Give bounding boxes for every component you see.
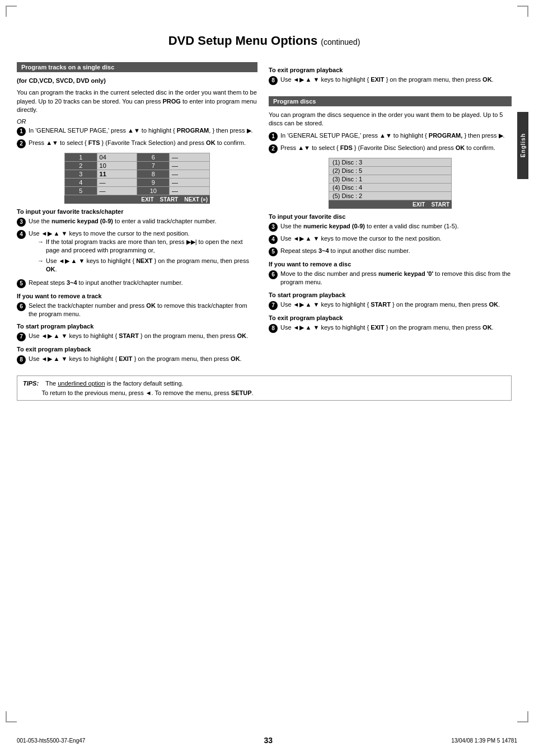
table-row: (4) Disc : 4: [329, 183, 452, 191]
left-step-3: 3 Use the numeric keypad (0-9) to enter …: [17, 217, 257, 227]
tips-bar: TIPS: The underlined option is the facto…: [17, 375, 512, 401]
section-header-right: Program discs: [269, 96, 512, 106]
disc-table-container: (1) Disc : 3 (2) Disc : 5 (3) Disc : 1 (…: [329, 158, 452, 209]
table-row: 5— 10—: [65, 186, 210, 195]
page-title: DVD Setup Menu Options (continued): [17, 34, 512, 51]
footer-doc-number: 001-053-hts5500-37-Eng47: [17, 738, 85, 744]
table-row: 104 6—: [65, 153, 210, 161]
right-step-2: 2 Press ▲▼ to select { FDS } (Favorite D…: [269, 144, 512, 153]
table-row: (5) Disc : 2: [329, 191, 452, 200]
corner-bl: [6, 711, 17, 722]
right-step-1: 1 In 'GENERAL SETUP PAGE,' press ▲▼ to h…: [269, 132, 512, 141]
right-step-3: 3 Use the numeric keypad (0-9) to enter …: [269, 222, 512, 232]
subheading-tracks-input: To input your favorite tracks/chapter: [17, 208, 257, 215]
table-row: (1) Disc : 3: [329, 158, 452, 166]
subheading-exit-right-top: To exit program playback: [269, 67, 512, 73]
left-intro: You can program the tracks in the curren…: [17, 88, 257, 114]
tips-line2: To return to the previous menu, press ◄.…: [41, 389, 253, 396]
footer-date: 13/04/08 1:39 PM 5 14781: [451, 738, 517, 744]
subheading-disc-input: To input your favorite disc: [269, 213, 512, 220]
subheading-start-right: To start program playback: [269, 292, 512, 298]
tips-label: TIPS:: [23, 380, 39, 387]
right-intro: You can program the discs sequence in th…: [269, 111, 512, 128]
right-step-4: 4 Use ◄▶ ▲ ▼ keys to move the cursor to …: [269, 234, 512, 244]
corner-br: [517, 711, 528, 722]
table-row: 4— 9—: [65, 178, 210, 186]
english-label: English: [520, 133, 526, 157]
left-step-1: 1 In 'GENERAL SETUP PAGE,' press ▲▼ to h…: [17, 126, 257, 136]
left-subtitle: (for CD,VCD, SVCD, DVD only): [17, 77, 257, 85]
left-step-8: 8 Use ◄▶ ▲ ▼ keys to highlight { EXIT } …: [17, 355, 257, 364]
subheading-remove-disc: If you want to remove a disc: [269, 261, 512, 267]
table-row: (2) Disc : 5: [329, 166, 452, 175]
subheading-start-left: To start program playback: [17, 323, 257, 330]
disc-table: (1) Disc : 3 (2) Disc : 5 (3) Disc : 1 (…: [329, 158, 452, 200]
track-table: 104 6— 210 7— 311 8—: [64, 153, 210, 195]
page-number: 33: [264, 736, 273, 745]
main-content: DVD Setup Menu Options (continued) Progr…: [17, 34, 512, 401]
right-step-6: 6 Move to the disc number and press nume…: [269, 270, 512, 287]
right-step-7: 7 Use ◄▶ ▲ ▼ keys to highlight { START }…: [269, 300, 512, 310]
subheading-exit-right: To exit program playback: [269, 314, 512, 321]
left-step-2: 2 Press ▲▼ to select { FTS } (Favorite T…: [17, 139, 257, 148]
left-column: Program tracks on a single disc (for CD,…: [17, 62, 257, 367]
track-table-container: 104 6— 210 7— 311 8—: [64, 153, 210, 204]
or-text: OR: [17, 118, 257, 125]
page-wrapper: English DVD Setup Menu Options (continue…: [0, 0, 534, 756]
right-step-5: 5 Repeat steps 3~4 to input another disc…: [269, 247, 512, 256]
left-step-7: 7 Use ◄▶ ▲ ▼ keys to highlight { START }…: [17, 332, 257, 341]
right-step-8-top: 8 Use ◄▶ ▲ ▼ keys to highlight { EXIT } …: [269, 76, 512, 85]
corner-tl: [6, 6, 17, 17]
left-step-6: 6 Select the track/chapter number and pr…: [17, 302, 257, 319]
subheading-exit-left: To exit program playback: [17, 346, 257, 353]
english-sidebar: English: [517, 112, 528, 179]
subheading-remove-track: If you want to remove a track: [17, 293, 257, 299]
left-step-4: 4 Use ◄▶ ▲ ▼ keys to move the cursor to …: [17, 229, 257, 276]
track-table-footer: EXIT START NEXT (»): [64, 195, 210, 204]
left-step-5: 5 Repeat steps 3~4 to input another trac…: [17, 279, 257, 288]
two-col-layout: Program tracks on a single disc (for CD,…: [17, 62, 512, 367]
disc-table-footer: EXIT START: [329, 200, 452, 209]
right-step-8: 8 Use ◄▶ ▲ ▼ keys to highlight { EXIT } …: [269, 323, 512, 333]
page-footer: 001-053-hts5500-37-Eng47 33 13/04/08 1:3…: [17, 736, 517, 745]
table-row: 210 7—: [65, 161, 210, 170]
corner-tr: [517, 6, 528, 17]
tips-line1: The underlined option is the factory def…: [45, 380, 183, 387]
table-row: (3) Disc : 1: [329, 175, 452, 183]
right-column: To exit program playback 8 Use ◄▶ ▲ ▼ ke…: [269, 62, 512, 367]
table-row: 311 8—: [65, 170, 210, 178]
section-header-left: Program tracks on a single disc: [17, 62, 257, 72]
